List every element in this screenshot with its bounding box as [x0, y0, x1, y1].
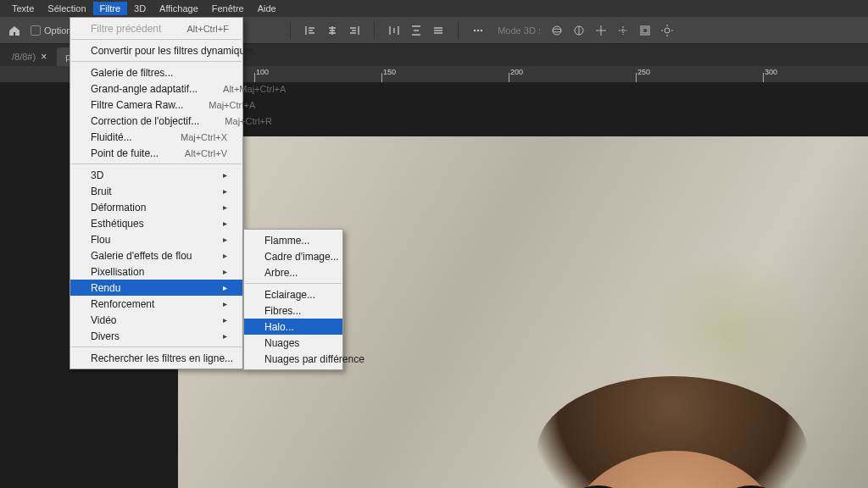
filter-menu-item[interactable]: Correction de l'objectif...Maj+Ctrl+R: [70, 113, 242, 129]
3d-orbit-icon[interactable]: [548, 21, 566, 40]
submenu-arrow-icon: ▸: [223, 251, 227, 260]
menu-item-label: Rendu: [91, 282, 120, 294]
filter-menu-item[interactable]: Rendu▸: [70, 280, 242, 296]
submenu-arrow-icon: ▸: [223, 267, 227, 276]
filter-menu-item[interactable]: Grand-angle adaptatif...Alt+Maj+Ctrl+A: [70, 80, 242, 97]
menu-item-label: Fluidité...: [91, 131, 132, 143]
menubar-item-3d[interactable]: 3D: [127, 2, 153, 15]
submenu-arrow-icon: ▸: [223, 186, 227, 196]
svg-point-8: [665, 28, 670, 33]
submenu-arrow-icon: ▸: [223, 235, 227, 244]
menu-separator: [71, 164, 242, 164]
menu-item-label: Déformation: [91, 202, 146, 214]
separator: [374, 22, 375, 39]
submenu-arrow-icon: ▸: [223, 219, 227, 228]
rendu-menu-item[interactable]: Flamme...: [244, 232, 342, 248]
align-right-icon[interactable]: [345, 21, 364, 40]
filter-menu-item[interactable]: Galerie de filtres...: [70, 64, 242, 80]
menu-item-label: Nuages par différence: [264, 353, 364, 365]
distribute-v-icon[interactable]: [407, 21, 426, 40]
mode3d-label: Mode 3D :: [498, 25, 541, 36]
align-left-icon[interactable]: [301, 21, 320, 40]
3d-pan-icon[interactable]: [592, 21, 610, 40]
menu-item-label: Cadre d'image...: [264, 251, 339, 263]
menubar-item-texte[interactable]: Texte: [5, 2, 41, 15]
filter-menu-item[interactable]: Point de fuite...Alt+Ctrl+V: [70, 145, 242, 161]
distribute-spacing-icon[interactable]: [429, 21, 448, 40]
menu-shortcut: Maj+Ctrl+R: [225, 116, 272, 126]
rendu-menu-item[interactable]: Arbre...: [244, 264, 342, 280]
filter-menu-item[interactable]: Vidéo▸: [70, 312, 242, 328]
menubar-item-sélection[interactable]: Sélection: [41, 2, 92, 15]
menu-item-label: Nuages: [264, 337, 299, 349]
menu-separator: [71, 39, 242, 40]
menu-item-label: Galerie de filtres...: [91, 67, 173, 79]
filter-menu-item: Filtre précédentAlt+Ctrl+F: [70, 20, 242, 36]
menu-item-label: Arbre...: [264, 267, 298, 279]
menubar-item-fenêtre[interactable]: Fenêtre: [205, 2, 251, 15]
menu-item-label: Correction de l'objectif...: [91, 115, 199, 127]
3d-zoom-icon[interactable]: [636, 21, 654, 40]
menubar-item-aide[interactable]: Aide: [251, 2, 283, 15]
filter-menu-item[interactable]: Déformation▸: [70, 199, 242, 215]
filter-menu-item[interactable]: Divers▸: [70, 328, 242, 344]
distribute-h-icon[interactable]: [385, 21, 403, 40]
filter-menu-item[interactable]: Pixellisation▸: [70, 263, 242, 280]
rendu-menu-item[interactable]: Nuages par différence: [244, 351, 342, 367]
3d-light-icon[interactable]: [658, 21, 676, 40]
menu-item-label: Grand-angle adaptatif...: [91, 83, 198, 95]
separator: [290, 22, 291, 39]
menu-shortcut: Alt+Maj+Ctrl+A: [223, 84, 286, 94]
filter-menu: Filtre précédentAlt+Ctrl+FConvertir pour…: [70, 17, 243, 369]
3d-roll-icon[interactable]: [570, 21, 588, 40]
submenu-arrow-icon: ▸: [223, 315, 227, 324]
menu-separator: [71, 61, 242, 62]
more-icon[interactable]: [469, 21, 487, 40]
menu-item-label: Flou: [91, 234, 110, 246]
menu-item-label: Point de fuite...: [91, 147, 159, 159]
rendu-menu-item[interactable]: Halo...: [244, 319, 342, 335]
menu-item-label: Renforcement: [91, 298, 154, 310]
menu-item-label: Filtre Camera Raw...: [91, 99, 183, 111]
rendu-menu-item[interactable]: Fibres...: [244, 302, 342, 319]
menu-item-label: Pixellisation: [91, 266, 144, 278]
menu-item-label: Esthétiques: [91, 218, 144, 230]
menu-shortcut: Alt+Ctrl+V: [185, 148, 227, 158]
menu-separator: [71, 347, 242, 347]
menu-item-label: Bruit: [91, 186, 112, 197]
filter-menu-item[interactable]: Flou▸: [70, 231, 242, 247]
checkbox-icon[interactable]: [31, 25, 41, 36]
align-center-icon[interactable]: [323, 21, 342, 40]
menu-item-label: 3D: [91, 169, 103, 181]
filter-menu-item[interactable]: Esthétiques▸: [70, 215, 242, 231]
filter-menu-item[interactable]: Fluidité...Maj+Ctrl+X: [70, 129, 242, 145]
rendu-menu-item[interactable]: Nuages: [244, 335, 342, 351]
menu-item-label: Filtre précédent: [91, 23, 161, 35]
menubar-item-filtre[interactable]: Filtre: [93, 2, 127, 15]
document-tab[interactable]: /8/8#)×: [3, 47, 55, 66]
home-icon[interactable]: [5, 21, 24, 40]
svg-point-4: [553, 29, 561, 32]
filter-menu-item[interactable]: Renforcement▸: [70, 296, 242, 312]
filter-menu-item[interactable]: Filtre Camera Raw...Maj+Ctrl+A: [70, 97, 242, 113]
submenu-arrow-icon: ▸: [223, 331, 227, 341]
rendu-menu-item[interactable]: Eclairage...: [244, 286, 342, 302]
menu-item-label: Divers: [91, 330, 120, 342]
filter-menu-item[interactable]: 3D▸: [70, 167, 242, 183]
submenu-arrow-icon: ▸: [223, 283, 227, 292]
filter-menu-item[interactable]: Convertir pour les filtres dynamiques: [70, 42, 242, 58]
rendu-menu-item[interactable]: Cadre d'image...: [244, 248, 342, 264]
close-icon[interactable]: ×: [41, 51, 47, 63]
menubar-item-affichage[interactable]: Affichage: [153, 2, 205, 15]
filter-menu-item[interactable]: Bruit▸: [70, 183, 242, 199]
menu-separator: [245, 283, 342, 284]
rendu-submenu: Flamme...Cadre d'image...Arbre...Eclaira…: [243, 229, 343, 370]
3d-slide-icon[interactable]: [614, 21, 632, 40]
submenu-arrow-icon: ▸: [223, 299, 227, 308]
svg-point-3: [553, 26, 561, 35]
submenu-arrow-icon: ▸: [223, 170, 227, 180]
filter-menu-item[interactable]: Galerie d'effets de flou▸: [70, 247, 242, 263]
svg-rect-7: [643, 28, 648, 33]
filter-menu-item[interactable]: Rechercher les filtres en ligne...: [70, 350, 242, 366]
menu-item-label: Fibres...: [264, 305, 301, 317]
